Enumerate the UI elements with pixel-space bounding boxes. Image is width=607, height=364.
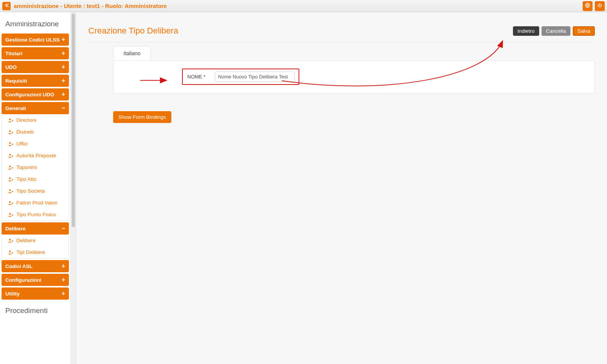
nav-section-label: Titolari xyxy=(5,51,22,56)
svg-point-1 xyxy=(9,118,11,120)
svg-point-7 xyxy=(9,189,11,191)
tab-italiano[interactable]: Italiano xyxy=(113,46,151,61)
nav-section-configurazioni-udo[interactable]: Configurazioni UDO + xyxy=(2,88,69,101)
nav-section-delibere[interactable]: Delibere − xyxy=(2,222,69,235)
sidebar-heading: Amministrazione xyxy=(2,14,69,34)
nav-item-label: Autorita Preposte xyxy=(16,153,56,158)
nav-section-udo[interactable]: UDO + xyxy=(2,61,69,73)
svg-point-2 xyxy=(9,130,11,132)
nav-item-label: Tipi Delibere xyxy=(16,249,45,255)
person-icon xyxy=(8,177,13,182)
nav-items-generali: Direzioni Distretti Uffici Autorita Prep… xyxy=(2,114,69,221)
person-icon xyxy=(8,250,13,255)
header-buttons: Indietro Cancella Salva xyxy=(513,26,595,36)
nav-section-requisiti[interactable]: Requisiti + xyxy=(2,75,69,87)
field-highlight-box: NOME * xyxy=(182,69,299,85)
person-icon xyxy=(8,118,13,123)
nav-item-label: Tipo Societa xyxy=(16,188,45,194)
nav-item-distretti[interactable]: Distretti xyxy=(2,126,69,138)
main-content: Creazione Tipo Delibera Indietro Cancell… xyxy=(76,12,607,364)
cancel-button[interactable]: Cancella xyxy=(542,26,571,36)
sidebar: Amministrazione Gestione Codici ULSS + T… xyxy=(0,12,76,364)
plus-icon: + xyxy=(62,50,65,57)
person-icon xyxy=(8,165,13,170)
sidebar-scrollbar-thumb[interactable] xyxy=(72,14,75,227)
nav-section-codici-asl[interactable]: Codici ASL + xyxy=(2,260,69,272)
plus-icon: + xyxy=(62,36,65,43)
plus-icon: + xyxy=(62,290,65,297)
svg-point-11 xyxy=(9,251,11,252)
nav-section-configurazioni[interactable]: Configurazioni + xyxy=(2,274,69,286)
topbar: amministrazione - Utente : test1 - Ruolo… xyxy=(0,0,607,12)
nav-item-tipo-atto[interactable]: Tipo Atto xyxy=(2,173,69,185)
nav-item-autorita-preposte[interactable]: Autorita Preposte xyxy=(2,150,69,161)
nav-item-delibere[interactable]: Delibere xyxy=(2,235,69,246)
form-panel: Italiano NOME * xyxy=(113,61,595,94)
nav-item-tipi-delibere[interactable]: Tipi Delibere xyxy=(2,246,69,258)
back-button[interactable]: Indietro xyxy=(513,26,539,36)
plus-icon: + xyxy=(62,64,65,70)
nav-section-gestione-codici-ulss[interactable]: Gestione Codici ULSS + xyxy=(2,34,69,46)
person-icon xyxy=(8,238,13,243)
nav-section-titolari[interactable]: Titolari + xyxy=(2,47,69,59)
person-icon xyxy=(8,201,13,205)
nav-section-label: Delibere xyxy=(5,226,26,231)
nav-item-label: Fattori Prod Valori xyxy=(16,200,58,206)
save-button[interactable]: Salva xyxy=(573,26,595,36)
nav-item-label: Distretti xyxy=(16,129,34,135)
form-row-nome: NOME * xyxy=(113,61,594,93)
nav-item-toponimi[interactable]: Toponimi xyxy=(2,161,69,173)
nav-item-fattori-prod-valori[interactable]: Fattori Prod Valori xyxy=(2,197,69,209)
nav-item-uffici[interactable]: Uffici xyxy=(2,138,69,150)
nav-item-label: Delibere xyxy=(16,238,35,243)
app-title: amministrazione - Utente : test1 - Ruolo… xyxy=(14,3,580,9)
svg-point-6 xyxy=(9,177,11,179)
nav-section-label: Gestione Codici ULSS xyxy=(5,37,60,43)
show-form-bindings-button[interactable]: Show Form Bindings xyxy=(113,111,171,123)
nome-input[interactable] xyxy=(215,72,295,82)
person-icon xyxy=(8,153,13,158)
svg-point-8 xyxy=(9,201,11,203)
person-icon xyxy=(8,130,13,134)
nav-section-label: UDO xyxy=(5,64,17,70)
nav-section-label: Requisiti xyxy=(5,78,27,84)
svg-point-9 xyxy=(9,213,11,214)
svg-point-10 xyxy=(9,239,11,240)
nav-item-direzioni[interactable]: Direzioni xyxy=(2,114,69,126)
nav-item-label: Tipo Punto Fisico xyxy=(16,212,56,217)
page-title: Creazione Tipo Delibera xyxy=(88,26,178,36)
sidebar-collapse-button[interactable] xyxy=(2,2,11,10)
plus-icon: + xyxy=(62,77,65,84)
nav-section-label: Utility xyxy=(5,291,20,297)
nav-items-delibere: Delibere Tipi Delibere xyxy=(2,235,69,259)
minus-icon: − xyxy=(62,105,65,112)
nav-item-label: Uffici xyxy=(16,141,28,147)
sidebar-scrollbar[interactable] xyxy=(70,12,76,364)
chevron-left-icon xyxy=(4,3,9,9)
nav-section-label: Configurazioni xyxy=(5,277,42,283)
sidebar-heading-secondary: Procedimenti xyxy=(2,301,69,318)
svg-point-4 xyxy=(9,154,11,155)
nav-item-label: Direzioni xyxy=(16,117,37,123)
nav-item-label: Toponimi xyxy=(16,164,37,170)
svg-point-3 xyxy=(9,142,11,144)
nav-section-label: Codici ASL xyxy=(5,263,33,269)
nav-section-generali[interactable]: Generali − xyxy=(2,102,69,114)
globe-button[interactable] xyxy=(583,1,593,11)
plus-icon: + xyxy=(62,263,65,270)
globe-icon xyxy=(585,3,590,9)
person-icon xyxy=(8,189,13,193)
nav-item-tipo-punto-fisico[interactable]: Tipo Punto Fisico xyxy=(2,209,69,220)
nav-section-label: Configurazioni UDO xyxy=(5,92,54,97)
nav-item-tipo-societa[interactable]: Tipo Societa xyxy=(2,185,69,197)
person-icon xyxy=(8,212,13,217)
svg-point-5 xyxy=(9,166,11,167)
plus-icon: + xyxy=(62,91,65,98)
plus-icon: + xyxy=(62,276,65,283)
nav-item-label: Tipo Atto xyxy=(16,176,37,182)
nav-section-label: Generali xyxy=(5,105,26,111)
power-icon xyxy=(597,3,602,9)
person-icon xyxy=(8,142,13,146)
power-button[interactable] xyxy=(595,1,605,11)
nav-section-utility[interactable]: Utility + xyxy=(2,287,69,300)
